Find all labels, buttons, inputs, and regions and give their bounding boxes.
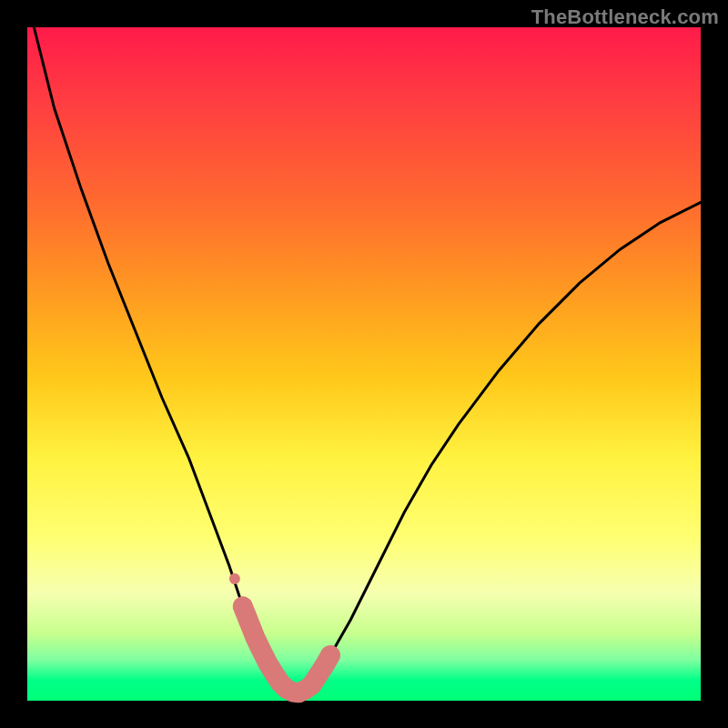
optimal-range-marker xyxy=(229,573,240,584)
bottleneck-chart xyxy=(0,0,728,728)
optimal-range-highlight xyxy=(243,606,330,693)
bottleneck-curve xyxy=(27,0,701,694)
